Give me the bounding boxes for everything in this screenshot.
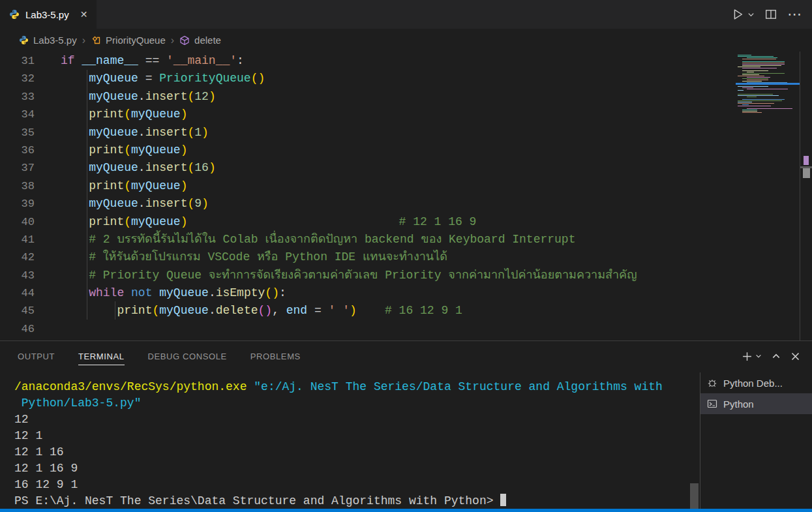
line-number[interactable]: 37	[0, 159, 35, 177]
terminal-scrollbar-thumb[interactable]	[690, 483, 699, 509]
line-number[interactable]: 34	[0, 106, 35, 123]
code-line[interactable]: 36 print(myQueue)	[0, 142, 637, 159]
line-number[interactable]: 43	[0, 267, 35, 284]
line-number[interactable]: 35	[0, 124, 35, 142]
maximize-panel-button[interactable]	[772, 352, 781, 361]
line-number[interactable]: 41	[0, 231, 35, 248]
line-number[interactable]: 45	[0, 302, 35, 320]
terminal-output[interactable]: /anaconda3/envs/RecSys/python.exe "e:/Aj…	[14, 379, 686, 509]
minimap-code	[736, 52, 800, 113]
terminal-list-item-python-debug[interactable]: Python Deb...	[700, 372, 812, 393]
line-number[interactable]: 38	[0, 177, 35, 195]
code-line-text: print(myQueue)	[61, 142, 187, 159]
code-line-text: print(myQueue)	[61, 177, 187, 195]
code-line[interactable]: 32 myQueue = PriorityQueue()	[0, 70, 637, 87]
editor-scrollbar[interactable]	[800, 52, 812, 340]
terminal-line: 12	[14, 412, 686, 428]
terminal-list-item-python[interactable]: Python	[700, 393, 812, 414]
run-button[interactable]	[730, 7, 755, 22]
breadcrumb-separator-icon: ›	[171, 35, 174, 46]
code-line[interactable]: 46	[0, 320, 637, 338]
breadcrumb-class[interactable]: PriorityQueue	[106, 35, 166, 46]
editor-tab-bar: Lab3-5.py ✕ ⋯	[0, 0, 812, 29]
code-line[interactable]: 31if __name__ == '__main__':	[0, 52, 637, 70]
code-line-text: myQueue.insert(1)	[61, 124, 209, 142]
terminal-line: /anaconda3/envs/RecSys/python.exe "e:/Aj…	[14, 379, 686, 395]
terminal-icon	[707, 399, 717, 409]
terminal-line: 12 1 16 9	[14, 460, 686, 477]
breadcrumb-file[interactable]: Lab3-5.py	[33, 35, 77, 46]
breadcrumb-method[interactable]: delete	[194, 35, 221, 46]
overview-ruler-cursor-marker	[804, 156, 809, 165]
panel-focus-border	[0, 509, 812, 512]
line-number[interactable]: 36	[0, 142, 35, 159]
code-lines: 31if __name__ == '__main__':32 myQueue =…	[0, 52, 637, 338]
code-line[interactable]: 39 myQueue.insert(9)	[0, 195, 637, 213]
tab-close-icon[interactable]: ✕	[80, 9, 88, 20]
terminal-line: 16 12 9 1	[14, 477, 686, 493]
code-line-text: print(myQueue.delete(), end = ' ') # 16 …	[61, 302, 462, 320]
code-line[interactable]: 37 myQueue.insert(16)	[0, 159, 637, 177]
indent-guide	[115, 301, 115, 320]
method-symbol-icon	[179, 35, 190, 46]
code-line[interactable]: 33 myQueue.insert(12)	[0, 88, 637, 106]
line-number[interactable]: 44	[0, 284, 35, 302]
code-line-text: # 2 บรรทัดนี้รันไม่ได้ใน Colab เนื่องจาก…	[61, 231, 575, 248]
minimap-current-line-highlight	[736, 83, 800, 85]
more-actions-button[interactable]: ⋯	[787, 7, 803, 22]
code-line-text: # ให้รันด้วยโปรแกรม VSCode หรือ Python I…	[61, 248, 447, 266]
code-line-text: if __name__ == '__main__':	[61, 52, 244, 70]
code-line[interactable]: 40 print(myQueue) # 12 1 16 9	[0, 213, 637, 231]
line-number[interactable]: 42	[0, 248, 35, 266]
code-line-text: print(myQueue) # 12 1 16 9	[61, 213, 476, 231]
code-editor[interactable]: 31if __name__ == '__main__':32 myQueue =…	[0, 52, 812, 340]
code-line[interactable]: 38 print(myQueue)	[0, 177, 637, 195]
minimap[interactable]	[736, 52, 800, 340]
code-line-text: # Priority Queue จะทำการจัดเรียงคิวตามค่…	[61, 267, 637, 284]
code-line-text: myQueue.insert(9)	[61, 195, 209, 213]
code-line-text: myQueue = PriorityQueue()	[61, 70, 265, 87]
code-line-text: print(myQueue)	[61, 106, 187, 123]
play-icon	[730, 7, 745, 22]
editor-scrollbar-thumb[interactable]	[803, 168, 810, 178]
code-line-text: while not myQueue.isEmpty():	[61, 284, 286, 302]
new-terminal-button[interactable]	[742, 351, 762, 362]
panel-actions	[742, 341, 800, 371]
panel-tab-debug-console[interactable]: DEBUG CONSOLE	[148, 341, 227, 371]
panel-tab-bar: OUTPUT TERMINAL DEBUG CONSOLE PROBLEMS	[0, 341, 812, 371]
python-file-icon	[9, 9, 20, 20]
run-dropdown-chevron-icon[interactable]	[747, 11, 755, 18]
line-number[interactable]: 40	[0, 213, 35, 231]
line-number[interactable]: 39	[0, 195, 35, 213]
terminal-list-label: Python	[723, 399, 754, 410]
split-editor-button[interactable]	[765, 8, 777, 20]
terminal-list-label: Python Deb...	[723, 378, 783, 389]
panel-tab-problems[interactable]: PROBLEMS	[250, 341, 301, 371]
terminal-line: 12 1 16	[14, 444, 686, 460]
code-line[interactable]: 34 print(myQueue)	[0, 106, 637, 123]
code-line[interactable]: 43 # Priority Queue จะทำการจัดเรียงคิวตา…	[0, 267, 637, 284]
indent-guide	[87, 70, 87, 320]
panel-tab-terminal[interactable]: TERMINAL	[78, 341, 125, 371]
code-line[interactable]: 42 # ให้รันด้วยโปรแกรม VSCode หรือ Pytho…	[0, 248, 637, 266]
bottom-panel: OUTPUT TERMINAL DEBUG CONSOLE PROBLEMS /…	[0, 340, 812, 509]
tab-label: Lab3-5.py	[25, 9, 69, 20]
terminal-line: PS E:\Aj. NesT The Series\Data Structure…	[14, 493, 686, 509]
code-line[interactable]: 35 myQueue.insert(1)	[0, 124, 637, 142]
line-number[interactable]: 32	[0, 70, 35, 87]
code-line-text: myQueue.insert(16)	[61, 159, 216, 177]
tab-lab3-5[interactable]: Lab3-5.py ✕	[0, 0, 97, 29]
code-line[interactable]: 45 print(myQueue.delete(), end = ' ') # …	[0, 302, 637, 320]
line-number[interactable]: 33	[0, 88, 35, 106]
terminal-line: Python/Lab3-5.py"	[14, 395, 686, 412]
panel-tab-output[interactable]: OUTPUT	[18, 341, 55, 371]
code-line[interactable]: 44 while not myQueue.isEmpty():	[0, 284, 637, 302]
terminal-profile-chevron-icon	[755, 353, 762, 359]
vscode-window: Lab3-5.py ✕ ⋯ Lab3-5.py › PriorityQueue …	[0, 0, 812, 512]
code-line-text: myQueue.insert(12)	[61, 88, 216, 106]
line-number[interactable]: 31	[0, 52, 35, 70]
code-line[interactable]: 41 # 2 บรรทัดนี้รันไม่ได้ใน Colab เนื่อง…	[0, 231, 637, 248]
line-number[interactable]: 46	[0, 320, 35, 338]
close-panel-button[interactable]	[790, 352, 800, 361]
python-file-icon	[19, 35, 29, 45]
